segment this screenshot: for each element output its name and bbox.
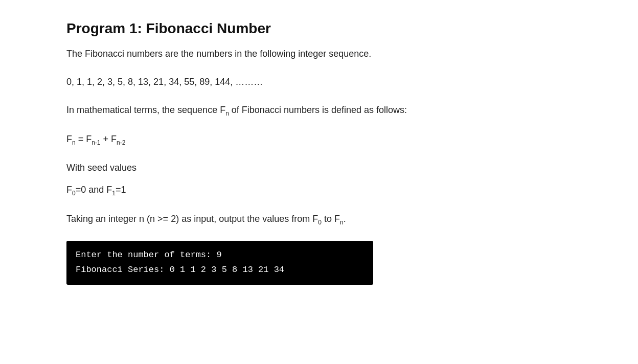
page-title: Program 1: Fibonacci Number (66, 20, 572, 37)
math-description: In mathematical terms, the sequence Fn o… (66, 103, 572, 118)
input-description: Taking an integer n (n >= 2) as input, o… (66, 212, 572, 227)
formula-text: Fn = Fn-1 + Fn-2 (66, 134, 125, 144)
input-desc-text: Taking an integer n (n >= 2) as input, o… (66, 214, 346, 224)
math-intro-text: In mathematical terms, the sequence Fn o… (66, 105, 407, 115)
terminal-line-2: Fibonacci Series: 0 1 1 2 3 5 8 13 21 34 (76, 263, 364, 278)
seed-values: F0=0 and F1=1 (66, 183, 572, 198)
formula-display: Fn = Fn-1 + Fn-2 (66, 132, 572, 147)
terminal-line-1: Enter the number of terms: 9 (76, 248, 364, 263)
terminal-output: Enter the number of terms: 9 Fibonacci S… (66, 241, 373, 285)
intro-paragraph: The Fibonacci numbers are the numbers in… (66, 47, 572, 61)
sequence-display: 0, 1, 1, 2, 3, 5, 8, 13, 21, 34, 55, 89,… (66, 75, 572, 89)
seed-label: With seed values (66, 161, 572, 175)
seed-values-text: F0=0 and F1=1 (66, 185, 126, 195)
